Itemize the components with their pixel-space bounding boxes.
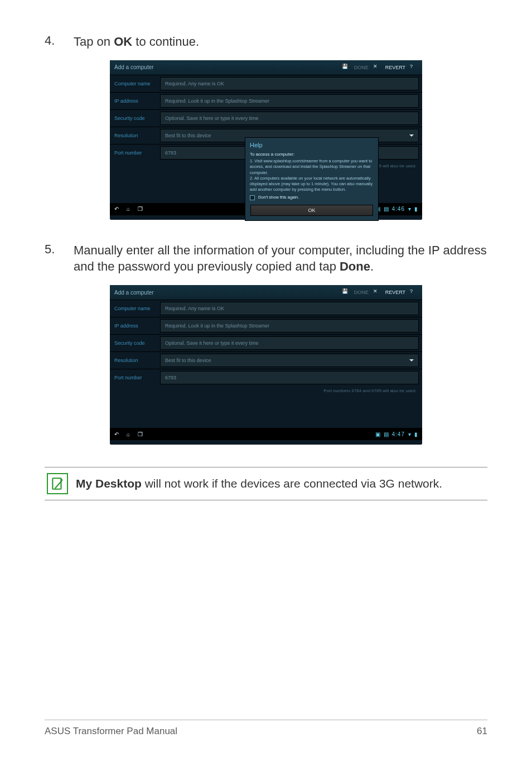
screenshot-titlebar: Add a computer 💾 DONE ✕ REVERT ? <box>110 285 422 300</box>
help-title: Help <box>250 141 374 150</box>
label-port-number: Port number <box>110 369 160 386</box>
label-computer-name: Computer name <box>110 300 160 317</box>
dont-show-checkbox[interactable] <box>250 195 255 200</box>
back-icon[interactable]: ↶ <box>114 206 119 212</box>
recent-icon[interactable]: ❐ <box>138 431 143 437</box>
step5-before: Manually enter all the information of yo… <box>74 243 487 274</box>
input-security-code[interactable]: Optional. Save it here or type it every … <box>160 336 419 350</box>
port-note: Port numbers 6784 and 6785 will also be … <box>110 386 422 398</box>
input-ip-address[interactable]: Required. Look it up in the Splashtop St… <box>160 319 419 332</box>
step5-after: . <box>370 259 374 273</box>
placeholder-ip: Required. Look it up in the Splashtop St… <box>165 323 269 329</box>
page-footer: ASUS Transformer Pad Manual 61 <box>45 720 487 737</box>
resolution-value: Best fit to this device <box>165 358 211 363</box>
label-resolution: Resolution <box>110 352 160 369</box>
placeholder-ip: Required. Look it up in the Splashtop St… <box>165 98 269 104</box>
input-security-code[interactable]: Optional. Save it here or type it every … <box>160 112 419 125</box>
step-text: Manually enter all the information of yo… <box>74 242 487 275</box>
note-icon <box>47 473 68 494</box>
placeholder-security: Optional. Save it here or type it every … <box>165 340 259 346</box>
window-title: Add a computer <box>114 290 154 296</box>
resolution-value: Best fit to this device <box>165 133 211 138</box>
label-computer-name: Computer name <box>110 75 160 92</box>
battery-icon: ▮ <box>414 431 418 437</box>
wifi-icon: ▾ <box>408 206 411 212</box>
revert-button[interactable]: REVERT <box>385 290 405 295</box>
step-5: 5. Manually enter all the information of… <box>45 242 487 275</box>
input-computer-name[interactable]: Required. Any name is OK <box>160 302 419 315</box>
back-icon[interactable]: ↶ <box>114 431 119 437</box>
ok-button[interactable]: OK <box>250 205 373 216</box>
label-ip-address: IP address <box>110 317 160 334</box>
dont-show-label: Don't show this again. <box>258 195 299 200</box>
home-icon[interactable]: ⌂ <box>127 206 130 212</box>
step4-after: to continue. <box>132 35 199 49</box>
screenshot-add-computer-form: Add a computer 💾 DONE ✕ REVERT ? Compute… <box>110 285 422 445</box>
input-computer-name[interactable]: Required. Any name is OK <box>160 77 419 90</box>
screenshot-add-computer-help: Add a computer 💾 DONE ✕ REVERT ? Compute… <box>110 60 422 220</box>
done-button[interactable]: DONE <box>354 290 369 295</box>
window-title: Add a computer <box>114 64 154 70</box>
help-dialog: Help To access a computer: 1. Visit www.… <box>245 137 379 221</box>
note-rest: will not work if the devices are connect… <box>142 477 442 490</box>
save-icon[interactable]: 💾 <box>342 288 350 296</box>
home-icon[interactable]: ⌂ <box>127 431 130 437</box>
footer-page-number: 61 <box>477 726 487 737</box>
placeholder-computer-name: Required. Any name is OK <box>165 306 224 311</box>
wifi-icon: ▾ <box>408 431 411 437</box>
label-resolution: Resolution <box>110 127 160 144</box>
status-clock: 4:47 <box>392 431 405 437</box>
note-callout: My Desktop will not work if the devices … <box>45 467 487 500</box>
chevron-down-icon <box>409 134 414 137</box>
step4-before: Tap on <box>74 35 114 49</box>
step-4: 4. Tap on OK to continue. <box>45 33 487 50</box>
status-clock: 4:46 <box>392 206 405 212</box>
footer-title: ASUS Transformer Pad Manual <box>45 726 177 737</box>
battery-icon: ▮ <box>414 206 418 212</box>
close-icon[interactable]: ✕ <box>373 64 381 71</box>
placeholder-security: Optional. Save it here or type it every … <box>165 115 259 121</box>
step4-bold: OK <box>114 35 132 49</box>
input-port-number[interactable]: 6783 <box>160 371 419 384</box>
select-resolution[interactable]: Best fit to this device <box>160 354 419 367</box>
status-misc-icon: ▣ <box>375 431 380 437</box>
note-text: My Desktop will not work if the devices … <box>76 477 442 490</box>
step-number: 5. <box>45 242 58 257</box>
note-bold: My Desktop <box>76 477 142 490</box>
help-icon[interactable]: ? <box>410 288 418 296</box>
status-misc-icon2: ▤ <box>384 206 389 212</box>
port-value: 6783 <box>165 150 176 156</box>
close-icon[interactable]: ✕ <box>373 288 381 296</box>
screenshot-titlebar: Add a computer 💾 DONE ✕ REVERT ? <box>110 60 422 75</box>
revert-button[interactable]: REVERT <box>385 65 405 70</box>
step5-bold: Done <box>340 259 370 273</box>
done-button[interactable]: DONE <box>354 65 369 70</box>
form: Computer name Required. Any name is OK I… <box>110 300 422 386</box>
label-ip-address: IP address <box>110 93 160 109</box>
android-navbar: ↶ ⌂ ❐ ▣ ▤ 4:47 ▾ ▮ <box>110 428 422 440</box>
help-icon[interactable]: ? <box>410 64 418 71</box>
step-number: 4. <box>45 33 58 48</box>
label-security-code: Security code <box>110 110 160 127</box>
recent-icon[interactable]: ❐ <box>138 206 143 212</box>
placeholder-computer-name: Required. Any name is OK <box>165 81 224 86</box>
chevron-down-icon <box>409 359 414 361</box>
status-misc-icon2: ▤ <box>384 431 389 437</box>
label-port-number: Port number <box>110 144 160 161</box>
save-icon[interactable]: 💾 <box>342 64 350 71</box>
step-text: Tap on OK to continue. <box>74 33 199 50</box>
help-line2: 2. All computers available on your local… <box>250 176 374 192</box>
dont-show-row[interactable]: Don't show this again. <box>250 195 374 200</box>
help-subtitle: To access a computer: <box>250 152 374 158</box>
help-line1: 1. Visit www.splashtop.com/streamer from… <box>250 158 374 175</box>
port-value: 6783 <box>165 375 176 380</box>
input-ip-address[interactable]: Required. Look it up in the Splashtop St… <box>160 94 419 108</box>
label-security-code: Security code <box>110 335 160 351</box>
